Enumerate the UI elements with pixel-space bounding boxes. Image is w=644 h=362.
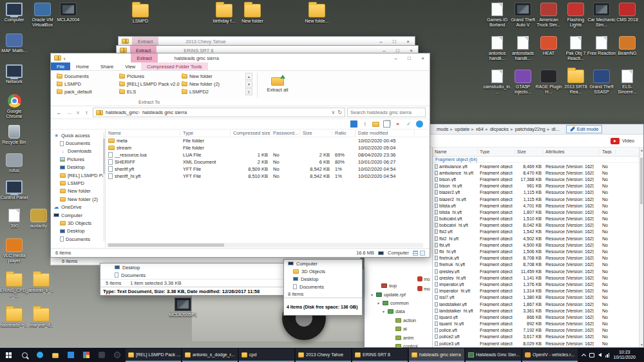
customize-qat-icon[interactable]: ∨ xyxy=(63,56,66,61)
extract-destination[interactable]: LSMPD2 xyxy=(180,88,242,95)
search-box[interactable] xyxy=(347,108,426,117)
start-button[interactable] xyxy=(0,348,17,362)
openiv-file-row[interactable]: fbi.yft Fragment object 4,500 KB Resourc… xyxy=(433,242,643,248)
desktop-icon[interactable]: camstudio_in... xyxy=(483,70,511,95)
extract-destination[interactable]: pack_default xyxy=(55,88,117,95)
tree-item[interactable]: 3D Objects xyxy=(284,267,362,275)
edit-mode-button[interactable]: Edit mode xyxy=(566,125,603,133)
computer-tree-window[interactable]: Computer 3D Objects Desktop Documents 8 … xyxy=(283,259,363,316)
taskbar-window-button[interactable]: [REL] LSMPD Pack ... xyxy=(126,348,181,362)
sidebar-item[interactable]: Documents xyxy=(51,235,105,243)
extract-destination[interactable]: Pictures xyxy=(117,72,180,80)
sheriff.yft[interactable]: sheriff.yft YFT File 8,509 KB No 8,542 K… xyxy=(106,166,430,173)
desktop-icon[interactable]: BeamNG xyxy=(613,36,641,56)
tree-item[interactable]: action xyxy=(365,316,432,325)
desktop-icon[interactable]: Google Chrome xyxy=(0,94,28,119)
openiv-file-row[interactable]: lguard_hi.yft Fragment object 892 KB Res… xyxy=(433,321,643,327)
extract-all-button[interactable]: Extract all xyxy=(262,72,293,98)
desktop-icon[interactable]: Grand Theft Auto V xyxy=(509,3,537,28)
tree-item[interactable]: anim xyxy=(365,333,432,341)
column-header[interactable]: Date modified xyxy=(355,130,415,136)
column-header[interactable]: Tags xyxy=(600,149,616,154)
column-header[interactable]: Size xyxy=(515,149,544,154)
openiv-file-row[interactable]: firetruk_hi.yft Fragment object 8,708 KB… xyxy=(433,262,643,268)
openiv-file-row[interactable]: fbi2.yft Fragment object 1,542 KB Resour… xyxy=(433,229,643,235)
taskbar-window-button[interactable]: Halsteads Gmc Sier... xyxy=(466,348,521,362)
desktop-icon[interactable]: Oracle VM VirtualBox xyxy=(28,3,57,28)
tree-item[interactable]: ▾ data xyxy=(365,307,432,316)
sidebar-item[interactable]: New folder (2) xyxy=(51,195,105,203)
tree-item[interactable]: sup xyxy=(365,281,432,290)
explorer-icon[interactable] xyxy=(48,348,63,362)
extract-destination[interactable]: LSMPD xyxy=(55,80,117,88)
tree-item[interactable]: ai xyxy=(365,325,432,333)
breadcrumb-item[interactable]: update xyxy=(448,126,469,132)
new-folder-icon[interactable] xyxy=(372,122,379,127)
gallery-up-icon[interactable]: ▴ xyxy=(245,73,252,80)
sidebar-item[interactable]: Desktop xyxy=(51,164,105,171)
ribbon-tab[interactable]: View xyxy=(119,62,141,70)
desktop-icon[interactable]: RAGE Plugin H... xyxy=(535,70,563,95)
desktop-icon[interactable]: Pak Obj 7 Reacti... xyxy=(562,36,590,61)
back-button[interactable]: ← xyxy=(55,110,63,116)
openiv-file-row[interactable]: imperator.yft Fragment object 1,376 KB R… xyxy=(433,281,643,287)
desktop-icon[interactable]: MAF Mailb... xyxy=(0,33,28,53)
caret-icon[interactable]: ▾ xyxy=(370,292,374,297)
horizontal-scrollbar[interactable] xyxy=(107,243,423,247)
taskbar-window-button[interactable]: cpd xyxy=(239,348,294,362)
desktop-icon[interactable]: ERINS_CPD_-_... xyxy=(0,273,28,298)
ribbon-tab[interactable]: Share xyxy=(95,62,119,70)
taskbar-window-button[interactable]: antonio_s_dodge_r... xyxy=(182,348,238,362)
caret-icon[interactable]: ▾ xyxy=(376,301,381,305)
thumbnails-view-icon[interactable] xyxy=(420,251,425,256)
up-button[interactable]: ↑ xyxy=(82,110,91,116)
gallery-more-icon[interactable]: ≡ xyxy=(245,88,252,95)
ribbon-tab[interactable]: File xyxy=(51,62,70,70)
recent-locations-icon[interactable]: ∨ xyxy=(75,110,80,115)
edge-icon[interactable] xyxy=(32,348,48,362)
column-header[interactable]: Ratio xyxy=(332,130,355,136)
desktop-icon[interactable]: rufus xyxy=(0,153,28,173)
column-header[interactable]: Size xyxy=(300,130,332,136)
address-bar[interactable]: halsteads_gmchalsteads gmc sierra ∨ ↻ xyxy=(93,108,345,117)
sidebar-item[interactable]: 3D Objects xyxy=(51,219,105,227)
breadcrumb-item[interactable]: dlcpacks xyxy=(484,126,509,132)
desktop-icon[interactable]: birthday f... xyxy=(210,4,238,24)
desktop-icon[interactable]: LSMPD xyxy=(126,4,155,24)
taskbar-window-button[interactable]: 2013 Chevy Tahoe xyxy=(296,348,351,362)
sheriff_hi.yft[interactable]: sheriff_hi.yft YFT File 8,510 KB No 8,54… xyxy=(106,173,430,180)
sidebar-item[interactable]: Quick access xyxy=(51,131,105,139)
minimize-button[interactable]: – xyxy=(374,37,388,46)
desktop-icon[interactable]: CMS 2018 xyxy=(613,3,641,23)
meta[interactable]: meta File folder 10/02/2020 00:45 xyxy=(106,137,430,144)
desktop-icon[interactable]: Free Reaction xyxy=(587,36,616,56)
delete-icon[interactable]: × xyxy=(394,120,401,128)
sidebar-item[interactable]: Desktop xyxy=(51,227,105,235)
tray-overflow-icon[interactable] xyxy=(582,353,586,357)
desktop-icon[interactable]: New folde... xyxy=(303,4,331,24)
sort-icon[interactable]: ↕ xyxy=(361,120,368,128)
ribbon-tab[interactable]: Home xyxy=(70,62,95,70)
openiv-file-row[interactable]: blista_hi.yft Fragment object 1,807 KB R… xyxy=(433,209,643,215)
desktop-icon[interactable]: Car Mechanic Sim... xyxy=(587,3,616,28)
openiv-file-row[interactable]: ambulance.yft Fragment object 8,469 KB R… xyxy=(433,163,643,169)
volume-icon[interactable] xyxy=(598,353,601,357)
desktop-icon[interactable]: HEAT xyxy=(535,36,563,56)
openiv-file-row[interactable]: police.yft Fragment object 7,192 KB Reso… xyxy=(433,327,643,334)
taskbar-window-button[interactable]: OpenIV - vehicles.r... xyxy=(522,348,578,362)
extract-destination[interactable]: New folder (2) xyxy=(180,80,242,88)
desktop-icon[interactable]: Flashing Lights xyxy=(562,3,590,28)
openiv-file-row[interactable]: firetruk.yft Fragment object 8,708 KB Re… xyxy=(433,255,643,262)
desktop-icon[interactable]: Games-ID Borland xyxy=(483,3,511,28)
openiv-file-row[interactable]: blista.yft Fragment object 4,701 KB Reso… xyxy=(433,202,643,209)
SHERIFF[interactable]: SHERIFF XML Document 2 KB No 6 KB 80% 10… xyxy=(106,158,430,166)
extract-destination[interactable]: Documents xyxy=(55,72,117,80)
desktop-icon[interactable]: ELS-Sincere... xyxy=(613,70,641,95)
extract-destination[interactable]: [REL] LSMPD Pack v2.0.0 xyxy=(117,80,180,88)
network-icon[interactable] xyxy=(605,353,610,357)
openiv-file-row[interactable]: bison.yft Fragment object 17,368 KB Reso… xyxy=(433,176,643,182)
desktop-icon[interactable]: Grand Theft SSASP xyxy=(587,70,616,95)
breadcrumb-item[interactable]: halsteads gmc sierra xyxy=(138,110,187,115)
openiv-file-row[interactable]: police3.yft Fragment object 8,029 KB Res… xyxy=(433,340,643,347)
scroll-up-icon[interactable]: ▲ xyxy=(639,148,643,152)
